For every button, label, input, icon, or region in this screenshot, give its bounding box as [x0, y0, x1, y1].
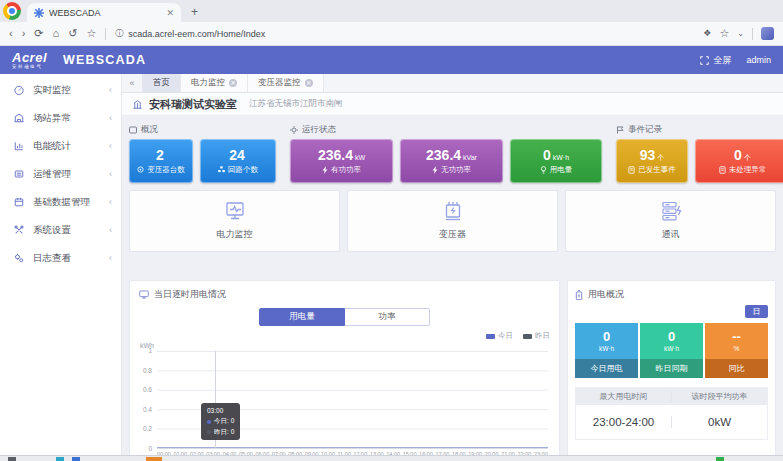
- sidebar-item-realtime-monitoring[interactable]: 实时监控‹: [0, 76, 121, 104]
- profile-avatar[interactable]: [761, 27, 774, 40]
- tab-favicon-icon: [34, 8, 44, 18]
- chevron-left-icon: ‹: [109, 141, 112, 151]
- bottom-row: 当日逐时用电情况 用电量 功率 今日 昨日 kWh 10.80.60.40.: [129, 280, 776, 461]
- energy-stats-icon: [13, 140, 25, 152]
- bolt-icon: [322, 166, 328, 174]
- usage-cards: 0kW·h 今日用电 0kW·h 昨日同期 --% 同比: [575, 323, 768, 378]
- stat-card-active-power[interactable]: 236.4kW 有功功率: [290, 139, 393, 183]
- chevron-left-icon: ‹: [109, 197, 112, 207]
- app-name: WEBSCADA: [63, 53, 146, 67]
- chevron-left-icon: ‹: [109, 113, 112, 123]
- chrome-logo-icon[interactable]: [3, 2, 21, 20]
- history-icon[interactable]: ↺: [68, 28, 77, 39]
- sidebar-item-log-view[interactable]: 日志查看‹: [0, 244, 121, 272]
- sidebar-item-ops-management[interactable]: 运维管理‹: [0, 160, 121, 188]
- overview-icon: [129, 126, 137, 134]
- tab-transformer-monitoring[interactable]: 变压器监控✕: [248, 74, 324, 92]
- panel-title: 当日逐时用电情况: [139, 288, 550, 301]
- chevron-down-icon[interactable]: ⌄: [737, 30, 744, 38]
- usage-card-yesterday[interactable]: 0kW·h 昨日同期: [640, 323, 703, 378]
- site-info-icon[interactable]: ⓘ: [115, 28, 123, 39]
- transformer-icon: [440, 201, 466, 223]
- fullscreen-button[interactable]: 全屏: [700, 54, 731, 67]
- chevron-left-icon: ‹: [109, 225, 112, 235]
- browser-tab[interactable]: WEBSCADA ✕: [27, 3, 181, 22]
- new-tab-button[interactable]: +: [191, 6, 198, 18]
- tooltip-row: 昨日: 0: [207, 427, 234, 437]
- chevron-left-icon: ‹: [109, 85, 112, 95]
- taskbar-icon-active[interactable]: [146, 457, 162, 461]
- tab-title: WEBSCADA: [49, 8, 161, 18]
- nav-card-transformer[interactable]: 变压器: [347, 190, 558, 252]
- toolbar-right: ❖ ☆ ⌄: [703, 27, 774, 40]
- station-title-row: 安科瑞测试实验室 江苏省无锡市江阴市南闸: [122, 93, 783, 116]
- tab-power-monitoring[interactable]: 电力监控✕: [181, 74, 248, 92]
- username[interactable]: admin: [746, 55, 771, 65]
- stat-card-reactive-power[interactable]: 236.4kVar 无功功率: [400, 139, 503, 183]
- gauge-icon: [13, 84, 25, 96]
- station-alert-icon: [13, 112, 25, 124]
- logo-text: Acrel: [12, 51, 47, 64]
- app-header-right: 全屏 admin: [700, 54, 771, 67]
- windows-taskbar: [0, 455, 783, 461]
- station-name: 安科瑞测试实验室: [149, 97, 237, 112]
- toolbar-divider: [752, 28, 753, 40]
- y-axis-ticks: 10.80.60.40.20: [139, 351, 152, 449]
- bookmark-star-icon[interactable]: ☆: [86, 28, 96, 39]
- usage-card-today[interactable]: 0kW·h 今日用电: [575, 323, 638, 378]
- usage-card-yoy[interactable]: --% 同比: [705, 323, 768, 378]
- stat-card-unhandled-abnormal[interactable]: 0个 未处理异常: [695, 139, 783, 183]
- usage-table-header: 最大用电时间 该时段平均功率: [576, 388, 767, 405]
- sidebar-item-station-abnormal[interactable]: 场站异常‹: [0, 104, 121, 132]
- taskbar-icon[interactable]: [8, 457, 16, 461]
- main-area: « 首页 电力监控✕ 变压器监控✕ 安科瑞测试实验室 江苏省无锡市江阴市南闸 概…: [122, 74, 783, 461]
- legend-today[interactable]: 今日: [486, 331, 513, 341]
- legend-yesterday[interactable]: 昨日: [523, 331, 550, 341]
- stat-group-running-status: 运行状态 236.4kW 有功功率 236.4kVar 无功功率: [290, 123, 602, 183]
- circuit-icon: [218, 166, 225, 173]
- reload-icon[interactable]: ⟳: [34, 28, 43, 39]
- dashboard-content: 概况 2 变压器台数 24 回路个数: [122, 116, 783, 461]
- chart-area[interactable]: kWh 10.80.60.40.20 03:00 今日: 0 昨日: 0: [139, 351, 550, 449]
- event-record-icon: [616, 126, 624, 134]
- group-label: 事件记录: [616, 123, 783, 136]
- home-icon[interactable]: ⌂: [53, 28, 60, 39]
- tab-close-icon[interactable]: ✕: [166, 8, 174, 18]
- nav-card-communication[interactable]: 通讯: [565, 190, 776, 252]
- logo-subtext: 安科瑞电气: [12, 65, 47, 70]
- close-tab-icon[interactable]: ✕: [229, 79, 237, 87]
- close-tab-icon[interactable]: ✕: [305, 79, 313, 87]
- sidebar-item-energy-statistics[interactable]: 电能统计‹: [0, 132, 121, 160]
- page-tabbar: « 首页 电力监控✕ 变压器监控✕: [122, 74, 783, 93]
- stats-row: 概况 2 变压器台数 24 回路个数: [129, 123, 783, 183]
- sidebar-item-system-settings[interactable]: 系统设置‹: [0, 216, 121, 244]
- taskbar-icon[interactable]: [716, 457, 724, 461]
- communication-icon: [658, 201, 684, 223]
- chart-legend: 今日 昨日: [139, 331, 550, 341]
- taskbar-icon[interactable]: [56, 457, 64, 461]
- address-bar[interactable]: ⓘ scada.acrel-eem.com/Home/Index: [115, 28, 265, 39]
- sidebar-item-basic-data[interactable]: 基础数据管理‹: [0, 188, 121, 216]
- nav-card-power-monitoring[interactable]: 电力监控: [129, 190, 340, 252]
- stat-card-circuit-count[interactable]: 24 回路个数: [200, 139, 276, 183]
- stat-card-events-occurred[interactable]: 93个 已发生事件: [616, 139, 688, 183]
- toggle-power-button[interactable]: 功率: [345, 308, 430, 326]
- usage-table: 最大用电时间 该时段平均功率 23:00-24:00 0kW: [575, 387, 768, 440]
- tooltip-row: 今日: 0: [207, 416, 234, 426]
- toggle-energy-button[interactable]: 用电量: [259, 308, 345, 326]
- ops-list-icon: [13, 168, 25, 180]
- stat-card-energy-used[interactable]: 0kW·h 用电量: [510, 139, 602, 183]
- star-icon[interactable]: ☆: [719, 28, 729, 39]
- collapse-tabs-icon[interactable]: «: [122, 74, 143, 92]
- chart-monitor-icon: [139, 290, 149, 299]
- tab-home[interactable]: 首页: [143, 74, 181, 92]
- forward-icon[interactable]: ›: [22, 28, 26, 39]
- back-icon[interactable]: ‹: [9, 28, 13, 39]
- extension-icon[interactable]: ❖: [703, 29, 711, 38]
- app-header: Acrel 安科瑞电气 WEBSCADA 全屏 admin: [0, 46, 783, 74]
- event-doc-icon: [719, 166, 726, 174]
- running-status-icon: [290, 126, 298, 134]
- stat-card-transformer-count[interactable]: 2 变压器台数: [129, 139, 193, 183]
- taskbar-icon[interactable]: [72, 457, 80, 461]
- period-day-button[interactable]: 日: [745, 305, 768, 318]
